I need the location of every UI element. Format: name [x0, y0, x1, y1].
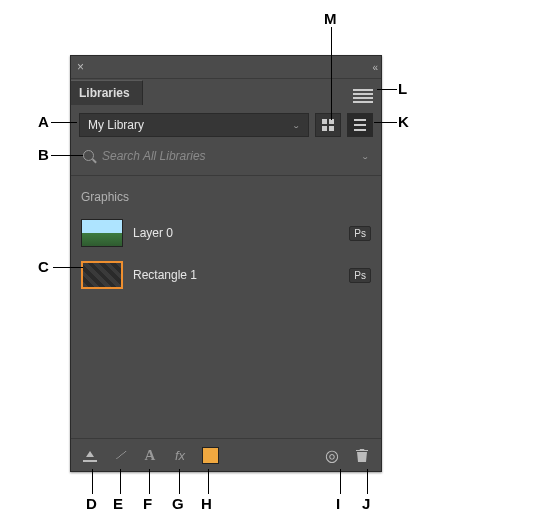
library-select-row: My Library ⌄ [71, 105, 381, 141]
search-input[interactable]: Search All Libraries [79, 145, 351, 167]
item-thumbnail [81, 219, 123, 247]
search-icon [83, 150, 96, 163]
grid-icon [322, 119, 334, 131]
trash-icon[interactable] [351, 444, 373, 466]
library-dropdown-label: My Library [88, 118, 144, 132]
add-layerstyle-icon[interactable]: fx [169, 444, 191, 466]
flyout-menu-icon[interactable] [353, 87, 373, 105]
search-row: Search All Libraries ⌄ [71, 141, 381, 176]
panel-bottom-bar: ⟋ A fx ◎ [71, 438, 381, 471]
callout-I: I [336, 495, 340, 512]
callout-H: H [201, 495, 212, 512]
callout-C: C [38, 258, 49, 275]
callout-J: J [362, 495, 370, 512]
search-scope-chevron-icon[interactable]: ⌄ [357, 152, 373, 160]
libraries-panel: × « Libraries My Library ⌄ Search All Li… [70, 55, 382, 472]
search-placeholder: Search All Libraries [102, 149, 206, 163]
close-icon[interactable]: × [77, 60, 84, 74]
library-dropdown[interactable]: My Library ⌄ [79, 113, 309, 137]
grid-view-button[interactable] [315, 113, 341, 137]
callout-A: A [38, 113, 49, 130]
panel-content: Graphics Layer 0 Ps Rectangle 1 Ps [71, 176, 381, 438]
item-name-label: Rectangle 1 [133, 268, 339, 282]
item-thumbnail [81, 261, 123, 289]
callout-G: G [172, 495, 184, 512]
callout-L: L [398, 80, 407, 97]
cloud-sync-icon[interactable]: ◎ [321, 444, 343, 466]
callout-F: F [143, 495, 152, 512]
callout-D: D [86, 495, 97, 512]
add-textstyle-icon[interactable]: A [139, 444, 161, 466]
collapse-icon[interactable]: « [372, 62, 375, 73]
callout-K: K [398, 113, 409, 130]
upload-icon[interactable] [79, 444, 101, 466]
list-view-button[interactable] [347, 113, 373, 137]
app-badge-ps: Ps [349, 226, 371, 241]
panel-tabbar: Libraries [71, 79, 381, 105]
callout-M: M [324, 10, 337, 27]
library-item[interactable]: Rectangle 1 Ps [79, 254, 373, 296]
callout-E: E [113, 495, 123, 512]
chevron-down-icon: ⌄ [292, 121, 300, 129]
add-color-icon[interactable] [199, 444, 221, 466]
item-name-label: Layer 0 [133, 226, 339, 240]
add-brush-icon[interactable]: ⟋ [109, 444, 131, 466]
panel-topstrip: × « [71, 56, 381, 79]
callout-B: B [38, 146, 49, 163]
section-header-graphics: Graphics [79, 184, 373, 212]
tab-libraries[interactable]: Libraries [71, 80, 143, 105]
list-icon [354, 119, 366, 131]
library-item[interactable]: Layer 0 Ps [79, 212, 373, 254]
app-badge-ps: Ps [349, 268, 371, 283]
